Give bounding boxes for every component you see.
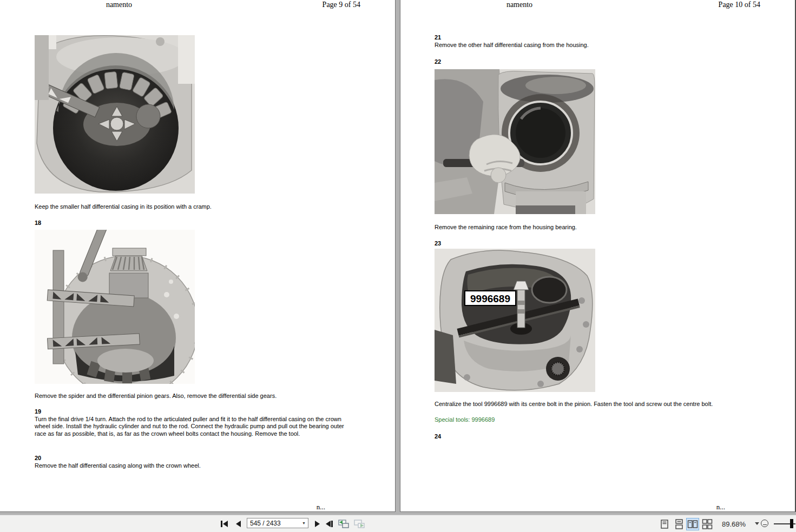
- two-page-view-button[interactable]: [686, 518, 699, 530]
- caption-fig18: Remove the spider and the differential p…: [35, 393, 359, 400]
- header-title: namento: [400, 1, 639, 9]
- single-page-view-button[interactable]: [658, 518, 671, 530]
- caption-fig17: Keep the smaller half differential casin…: [35, 203, 359, 210]
- document-page-9: namento Page 9 of 54: [0, 0, 396, 512]
- first-page-icon: [220, 520, 229, 528]
- caption-fig23: Centralize the tool 9996689 with its cen…: [435, 401, 792, 408]
- step-21-number: 21: [435, 34, 441, 41]
- pdf-viewer-canvas: namento Page 9 of 54: [0, 0, 796, 515]
- previous-page-icon: [234, 520, 244, 528]
- page-header: namento Page 9 of 54: [0, 1, 395, 11]
- first-page-button[interactable]: [220, 520, 229, 528]
- figure-casing-clamp-photo: [35, 230, 195, 384]
- caption-fig22: Remove the remaining race from the housi…: [435, 224, 770, 231]
- two-page-continuous-view-button[interactable]: [701, 518, 714, 530]
- step-20-number: 20: [35, 455, 41, 462]
- page-header: namento Page 10 of 54: [400, 1, 795, 11]
- step-21-text: Remove the other half differential casin…: [435, 42, 770, 49]
- step-19-number: 19: [35, 408, 41, 415]
- chevron-down-icon[interactable]: ▼: [300, 521, 308, 525]
- last-page-icon: [325, 520, 334, 528]
- continuous-view-button[interactable]: [673, 518, 686, 530]
- figure-tool-number-label: 9996689: [470, 293, 510, 304]
- special-tools-note: Special tools: 9996689: [435, 416, 651, 423]
- header-title: namento: [0, 1, 238, 9]
- continuous-view-icon: [674, 519, 685, 529]
- step-24-number: 24: [435, 433, 441, 440]
- page-number-combobox[interactable]: ▼: [247, 518, 308, 528]
- step-18-number: 18: [35, 220, 41, 227]
- header-page-number: Page 9 of 54: [323, 1, 360, 9]
- page-number-input[interactable]: [247, 519, 300, 527]
- two-page-continuous-view-icon: [702, 519, 713, 529]
- previous-view-button[interactable]: [338, 519, 350, 529]
- document-page-10: namento Page 10 of 54 21 Remove the othe…: [400, 0, 796, 512]
- step-19-text: Turn the final drive 1/4 turn. Attach th…: [35, 416, 355, 437]
- next-page-icon: [312, 520, 321, 528]
- previous-page-button[interactable]: [234, 520, 244, 528]
- zoom-slider-handle[interactable]: [790, 519, 793, 528]
- single-page-view-icon: [659, 519, 670, 529]
- next-view-button[interactable]: [353, 519, 365, 529]
- step-23-number: 23: [435, 240, 441, 247]
- last-page-button[interactable]: [325, 520, 334, 528]
- previous-view-icon: [338, 519, 350, 529]
- header-page-number: Page 10 of 54: [719, 1, 760, 9]
- figure-race-removal-photo: [435, 69, 595, 214]
- zoom-out-button[interactable]: [761, 520, 768, 527]
- page-footer: n...: [716, 503, 725, 511]
- next-view-icon: [353, 519, 365, 529]
- two-page-view-icon: [687, 519, 698, 529]
- zoom-level-label[interactable]: 89.68%: [722, 520, 746, 528]
- step-22-number: 22: [435, 58, 441, 65]
- zoom-dropdown-chevron-icon[interactable]: [755, 522, 759, 525]
- figure-tool-9996689-photo: 9996689: [435, 249, 595, 392]
- figure-differential-cramp-photo: [35, 35, 195, 194]
- step-20-text: Remove the half differential casing alon…: [35, 462, 355, 469]
- page-footer: n...: [317, 503, 325, 511]
- next-page-button[interactable]: [312, 520, 321, 528]
- viewer-toolbar: ▼: [0, 515, 796, 532]
- page-gap: [396, 0, 400, 515]
